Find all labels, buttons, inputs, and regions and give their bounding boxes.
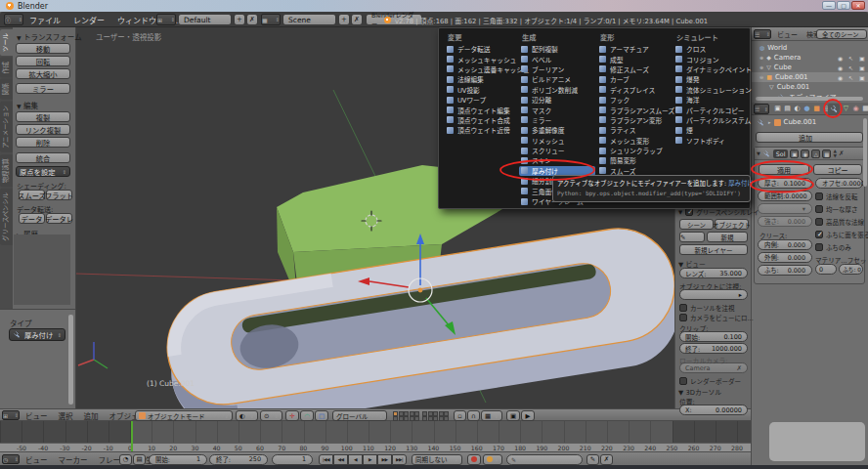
render-tab-icon[interactable]	[773, 104, 782, 114]
close-button[interactable]: ✕	[851, 1, 865, 10]
lock-cursor-checkbox[interactable]: カーソルを注視	[679, 303, 735, 313]
eye-toggle-icon[interactable]: ◉	[801, 149, 809, 158]
crease-field[interactable]: 外側:0.000	[758, 252, 812, 263]
outliner-editor-icon[interactable]: ☰⇕	[754, 29, 771, 39]
screen-browse-icon[interactable]: ⊞⇕	[156, 14, 176, 25]
layers-widget-2[interactable]	[422, 411, 449, 421]
add-scene-button[interactable]: +	[338, 14, 350, 25]
add-modifier-button[interactable]: 追加⇕	[756, 132, 863, 143]
material-offset-field[interactable]: 0	[815, 264, 837, 275]
viewport-menu-item[interactable]: 選択	[59, 410, 73, 421]
copy-button[interactable]: コピー	[813, 164, 862, 175]
frame-start-field[interactable]: 開始:1	[149, 454, 207, 465]
apply-button[interactable]: 適用	[759, 164, 809, 175]
record-button[interactable]	[467, 454, 481, 465]
opengl-anim-icon[interactable]: ▶	[521, 410, 535, 421]
menu-item[interactable]: ベベル	[519, 54, 595, 64]
menu-item[interactable]: シュリンクラップ	[597, 146, 672, 155]
menu-item[interactable]: メッシュ連番キャッシュ	[445, 64, 517, 74]
rotate-manipulator-icon[interactable]: ◠	[300, 410, 314, 421]
lens-field[interactable]: レンズ:35.000	[679, 268, 748, 278]
material-tab-icon[interactable]	[851, 104, 860, 114]
render-toggle-icon[interactable]: ▣	[790, 149, 799, 158]
outliner-scrollbar[interactable]	[756, 97, 863, 101]
menu-item[interactable]: 辺分離	[519, 95, 595, 105]
menu-item[interactable]: データ転送	[445, 44, 517, 54]
menu-item[interactable]: ビルドアニメ	[519, 74, 595, 84]
menu-item[interactable]: アーマチュア	[597, 44, 672, 54]
snap-element-select[interactable]: ▦⇕	[481, 410, 502, 421]
tool-button[interactable]: リンク複製	[16, 124, 70, 135]
menu-item[interactable]: レンダー	[73, 15, 105, 25]
menu-item[interactable]: フック	[597, 95, 672, 105]
tool-button[interactable]: 複製	[16, 111, 70, 122]
properties-editor-icon[interactable]: ☰⇕	[754, 104, 769, 114]
gp-new-layer-button[interactable]: 新規レイヤー	[679, 244, 748, 255]
menu-item[interactable]: 海洋	[673, 95, 750, 105]
menu-item[interactable]: ダイナミックペイント	[673, 64, 750, 74]
menu-item[interactable]: 簡易変形	[597, 155, 672, 165]
join-button[interactable]: 統合	[16, 152, 70, 163]
menu-item[interactable]: メッシュ変形	[597, 136, 672, 146]
shelf-tab[interactable]: 関係	[0, 79, 13, 100]
clip-start-field[interactable]: 開始:0.100	[679, 331, 748, 342]
insert-keyframe-icon[interactable]: ✎	[586, 454, 599, 465]
gp-checkbox[interactable]	[685, 208, 693, 216]
option-checkbox[interactable]: ふちのみ	[815, 242, 851, 252]
frame-end-field[interactable]: 終了:250	[209, 454, 268, 465]
properties-scrollbar[interactable]	[863, 118, 867, 187]
local-camera-field[interactable]: Camera✗	[679, 362, 748, 373]
menu-item[interactable]: メッシュキャッシュ	[445, 54, 517, 64]
gp-tab[interactable]: シーン	[679, 219, 714, 230]
lock-icon[interactable]: ▫	[454, 410, 466, 421]
menu-item[interactable]: マスク	[519, 105, 595, 114]
panel-title-edit[interactable]: ▼ 編集	[17, 100, 38, 110]
menu-item[interactable]: UV投影	[445, 85, 517, 95]
option-checkbox[interactable]: ふちに面を張る	[815, 230, 868, 239]
render-restrict-icon[interactable]: ▣	[859, 74, 865, 81]
outliner-filter-select[interactable]: 全てのシーン	[816, 29, 867, 39]
lock-camera-checkbox[interactable]: カメラをビューにロ...	[679, 313, 754, 322]
clip-end-field[interactable]: 終了:1000.000	[679, 343, 748, 354]
cage-toggle-icon[interactable]: ▦	[822, 149, 831, 158]
viewport-menu-item[interactable]: 追加	[84, 410, 99, 421]
scene-field[interactable]: Scene	[282, 14, 336, 25]
playhead[interactable]	[131, 421, 133, 451]
layers-widget-1[interactable]	[393, 411, 419, 421]
texture-tab-icon[interactable]	[861, 104, 868, 114]
shelf-tab[interactable]: 作成	[0, 58, 13, 78]
tool-button[interactable]: 回転	[16, 56, 70, 66]
material-offset-rim-field[interactable]: ふち: 0	[839, 264, 863, 275]
timeline-menu-item[interactable]: マーカー	[59, 454, 88, 465]
menu-item[interactable]: ソフトボディ	[673, 136, 750, 146]
option-checkbox[interactable]: 均一な厚さ	[815, 204, 858, 214]
panel-title-transform[interactable]: ▼ トランスフォーム	[17, 31, 82, 42]
shelf-tab[interactable]: 物理演算	[0, 154, 13, 187]
scene-tab-icon[interactable]	[793, 104, 802, 114]
data-tab-icon[interactable]	[842, 104, 850, 114]
eyedropper-icon[interactable]: ▸	[739, 291, 742, 299]
factor-field[interactable]: 強さ:0.000	[758, 216, 812, 227]
menu-item[interactable]: ラプラシアン変形	[597, 115, 672, 125]
menu-item[interactable]: 修正スムーズ	[597, 64, 672, 74]
shading-select[interactable]: ◐⇕	[236, 410, 258, 421]
crease-field[interactable]: ふち:0.000	[758, 265, 812, 276]
delete-keyframe-icon[interactable]: ✗	[600, 454, 613, 465]
maximize-button[interactable]: ▢	[837, 1, 850, 10]
timeline-ruler[interactable]: -50-40-30-20-100102030405060708090100110…	[0, 443, 751, 451]
menu-item[interactable]: ブーリアン	[519, 64, 595, 74]
timeline-tracks[interactable]	[0, 421, 751, 443]
menu-item[interactable]: ミラー	[519, 115, 595, 125]
mirror-button[interactable]: ミラー	[16, 83, 70, 94]
menu-item[interactable]: 爆発	[673, 74, 750, 84]
keying-set-field[interactable]: ✎	[506, 454, 583, 465]
menu-item[interactable]: ラティス	[597, 125, 672, 135]
orientation-select[interactable]: グローバル⇕	[332, 410, 387, 421]
outliner-row-camera[interactable]: ⊕◆Camera ◉↖▣	[752, 53, 868, 63]
menu-item[interactable]: UVワープ	[445, 95, 517, 105]
cursor-icon[interactable]: ↖	[848, 74, 853, 81]
prev-keyframe-button[interactable]: ◀◀	[333, 454, 348, 465]
menu-item[interactable]: 配列複製	[519, 44, 595, 54]
shelf-tab[interactable]: ツール	[0, 29, 13, 56]
render-layers-tab-icon[interactable]	[783, 104, 792, 114]
